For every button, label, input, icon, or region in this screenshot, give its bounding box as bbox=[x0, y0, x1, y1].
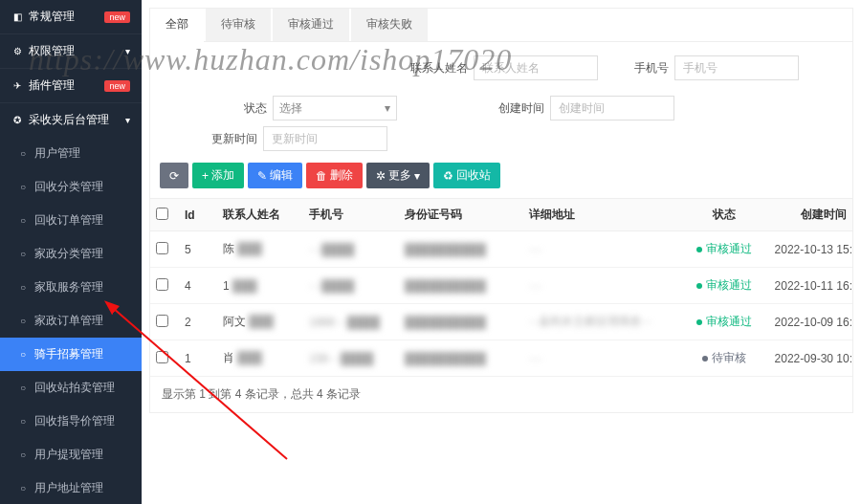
col-phone[interactable]: 手机号 bbox=[303, 199, 399, 231]
tab-rejected[interactable]: 审核失败 bbox=[351, 9, 428, 41]
nav-sub-recycle-order[interactable]: ○回收订单管理 bbox=[0, 204, 142, 237]
tab-all[interactable]: 全部 bbox=[150, 9, 204, 42]
row-checkbox[interactable] bbox=[156, 242, 168, 254]
chevron-down-icon: ▾ bbox=[125, 46, 130, 56]
circle-icon: ○ bbox=[17, 449, 29, 460]
recycle-button[interactable]: ♻回收站 bbox=[433, 163, 500, 188]
row-checkbox[interactable] bbox=[156, 278, 168, 291]
col-idcard[interactable]: 身份证号码 bbox=[399, 199, 523, 231]
content-card: 全部 待审核 审核通过 审核失败 联系人姓名 手机号 状态 选择 ▾ bbox=[149, 8, 853, 413]
chevron-down-icon: ▾ bbox=[125, 115, 130, 125]
row-checkbox[interactable] bbox=[156, 351, 168, 363]
nav-recycle-admin[interactable]: ✪ 采收夹后台管理 ▾ bbox=[0, 103, 142, 137]
nav-sub-address[interactable]: ○用户地址管理 bbox=[0, 471, 142, 504]
cell-name: 肖 ███ bbox=[217, 340, 303, 377]
tab-approved[interactable]: 审核通过 bbox=[273, 9, 349, 41]
cell-address: ···县利木主桥区理商务··· bbox=[523, 304, 686, 340]
nav-sub-user[interactable]: ○用户管理 bbox=[0, 137, 142, 170]
filter-update-input[interactable] bbox=[263, 126, 387, 151]
dashboard-icon: ◧ bbox=[11, 11, 23, 22]
nav-sub-house-service[interactable]: ○家取服务管理 bbox=[0, 271, 142, 304]
col-created[interactable]: 创建时间 bbox=[762, 199, 852, 231]
nav-sub-withdraw[interactable]: ○用户提现管理 bbox=[0, 438, 142, 471]
row-checkbox[interactable] bbox=[156, 315, 168, 327]
col-address[interactable]: 详细地址 bbox=[523, 199, 686, 231]
filter-phone-label: 手机号 bbox=[609, 60, 674, 77]
cell-address: ···· bbox=[523, 231, 686, 268]
filter-status-value: 选择 bbox=[279, 100, 302, 117]
nav-permission[interactable]: ⚙ 权限管理 ▾ bbox=[0, 34, 142, 68]
trash-icon: 🗑 bbox=[316, 169, 327, 183]
cell-created: 2022-10-11 16: bbox=[762, 268, 852, 304]
col-id[interactable]: Id bbox=[179, 199, 217, 231]
circle-icon: ○ bbox=[17, 148, 29, 159]
more-button[interactable]: ✲更多 ▾ bbox=[366, 163, 430, 188]
nav-general[interactable]: ◧ 常规管理 new bbox=[0, 0, 142, 33]
cell-name: 阿文 ███ bbox=[217, 304, 303, 340]
nav-sub-auction[interactable]: ○回收站拍卖管理 bbox=[0, 371, 142, 405]
cell-address: ···· bbox=[523, 268, 686, 304]
cell-status: 审核通过 bbox=[686, 304, 762, 340]
cell-created: 2022-10-13 15: bbox=[762, 231, 852, 268]
caret-down-icon: ▾ bbox=[414, 169, 420, 183]
table-header-row: Id 联系人姓名 手机号 身份证号码 详细地址 状态 创建时间 bbox=[150, 199, 852, 231]
cell-name: 1 ███ bbox=[217, 268, 303, 304]
circle-icon: ○ bbox=[17, 215, 29, 226]
table-row[interactable]: 5陈 ███····██████████████····审核通过2022-10-… bbox=[150, 231, 852, 268]
nav-sub-recycle-cat[interactable]: ○回收分类管理 bbox=[0, 170, 142, 204]
cell-id: 2 bbox=[179, 304, 217, 340]
filter-status-label: 状态 bbox=[208, 100, 273, 117]
delete-button[interactable]: 🗑删除 bbox=[306, 163, 363, 188]
filter-status-select[interactable]: 选择 ▾ bbox=[273, 96, 397, 121]
main-content: 全部 待审核 审核通过 审核失败 联系人姓名 手机号 状态 选择 ▾ bbox=[142, 0, 861, 504]
cell-phone: 158····████ bbox=[303, 340, 399, 377]
data-table: Id 联系人姓名 手机号 身份证号码 详细地址 状态 创建时间 5陈 ███··… bbox=[150, 198, 852, 377]
cell-status: 审核通过 bbox=[686, 231, 762, 268]
cell-id: 1 bbox=[179, 340, 217, 377]
add-button[interactable]: +添加 bbox=[192, 163, 244, 188]
cog-icon: ✪ bbox=[11, 115, 23, 125]
cell-address: ···· bbox=[523, 340, 686, 377]
cell-status: 待审核 bbox=[686, 340, 762, 377]
circle-icon: ○ bbox=[17, 416, 29, 427]
filter-update-label: 更新时间 bbox=[198, 131, 263, 147]
cell-idcard: ██████████ bbox=[399, 340, 523, 377]
nav-sub-house-cat[interactable]: ○家政分类管理 bbox=[0, 237, 142, 271]
filter-bar: 联系人姓名 手机号 状态 选择 ▾ 创建时间 更新时间 bbox=[150, 42, 852, 157]
cog-icon: ✲ bbox=[376, 169, 386, 183]
nav-sub-guide-price[interactable]: ○回收指导价管理 bbox=[0, 405, 142, 438]
cell-created: 2022-09-30 10: bbox=[762, 340, 852, 377]
col-name[interactable]: 联系人姓名 bbox=[217, 199, 303, 231]
refresh-button[interactable]: ⟳ bbox=[160, 163, 188, 188]
cell-idcard: ██████████ bbox=[399, 304, 523, 340]
nav-label: 常规管理 bbox=[29, 9, 75, 25]
circle-icon: ○ bbox=[17, 316, 29, 326]
filter-create-input[interactable] bbox=[550, 96, 674, 121]
caret-down-icon: ▾ bbox=[385, 101, 390, 115]
tab-pending[interactable]: 待审核 bbox=[206, 9, 271, 41]
table-row[interactable]: 41 ███····██████████████····审核通过2022-10-… bbox=[150, 268, 852, 304]
col-status[interactable]: 状态 bbox=[686, 199, 762, 231]
filter-name-input[interactable] bbox=[474, 55, 598, 80]
table-row[interactable]: 2阿文 ███1888····██████████████···县利木主桥区理商… bbox=[150, 304, 852, 340]
nav-label: 权限管理 bbox=[29, 43, 75, 59]
badge-new: new bbox=[104, 11, 130, 23]
filter-create-label: 创建时间 bbox=[485, 100, 550, 117]
cell-created: 2022-10-09 16: bbox=[762, 304, 852, 340]
nav-plugin[interactable]: ✈ 插件管理 new bbox=[0, 69, 142, 102]
cell-phone: ····████ bbox=[303, 268, 399, 304]
circle-icon: ○ bbox=[17, 182, 29, 192]
toolbar: ⟳ +添加 ✎编辑 🗑删除 ✲更多 ▾ ♻回收站 bbox=[150, 157, 852, 198]
select-all-checkbox[interactable] bbox=[156, 208, 168, 220]
cell-phone: ····████ bbox=[303, 231, 399, 268]
nav-sub-house-order[interactable]: ○家政订单管理 bbox=[0, 304, 142, 338]
circle-icon: ○ bbox=[17, 349, 29, 360]
filter-phone-input[interactable] bbox=[674, 55, 799, 80]
edit-button[interactable]: ✎编辑 bbox=[248, 163, 302, 188]
cell-idcard: ██████████ bbox=[399, 268, 523, 304]
circle-icon: ○ bbox=[17, 249, 29, 259]
status-tabs: 全部 待审核 审核通过 审核失败 bbox=[150, 9, 852, 42]
table-row[interactable]: 1肖 ███158····██████████████····待审核2022-0… bbox=[150, 340, 852, 377]
badge-new: new bbox=[104, 80, 130, 92]
nav-sub-rider-recruit[interactable]: ○骑手招募管理 bbox=[0, 338, 142, 371]
